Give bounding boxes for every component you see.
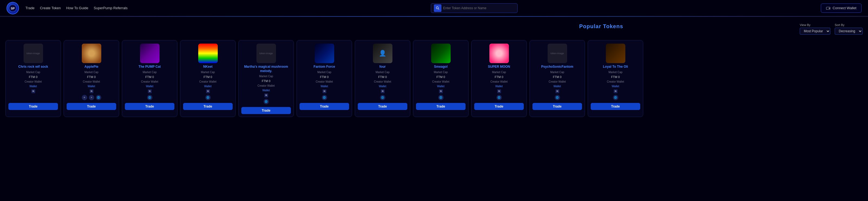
copy-row-four: ⧉: [381, 89, 384, 93]
market-cap-value-applepie: FTM 0: [87, 75, 96, 79]
token-card-chris-rock: token-image Chris rock wif sock Market C…: [5, 40, 61, 117]
creator-wallet-value-applepie[interactable]: Wallet: [88, 85, 95, 88]
connect-wallet-button[interactable]: Connect Wallet: [821, 3, 862, 13]
trade-button-applepie[interactable]: Trade: [67, 103, 116, 110]
market-cap-value-four: FTM 0: [378, 75, 387, 79]
token-card-loyal: Loyal To The Oli Market Cap FTM 0 Creato…: [588, 40, 643, 117]
svg-text:SP: SP: [11, 7, 15, 10]
market-cap-label-applepie: Market Cap: [85, 71, 99, 74]
creator-wallet-value-loyal[interactable]: Wallet: [612, 85, 619, 88]
search-input[interactable]: [443, 6, 515, 10]
globe-icon[interactable]: 🌐: [147, 95, 153, 100]
creator-wallet-value-martha[interactable]: Wallet: [262, 89, 270, 92]
view-by-select[interactable]: Most Popular: [800, 28, 830, 35]
token-name-fantom-force: Fantom Force: [314, 65, 335, 69]
market-cap-label-pump-cat: Market Cap: [143, 71, 157, 74]
creator-wallet-value-pump-cat[interactable]: Wallet: [146, 85, 153, 88]
copy-icon-nkeet[interactable]: ⧉: [206, 89, 210, 93]
market-cap-label-super-moon: Market Cap: [492, 71, 506, 74]
view-by-label: View By: [800, 23, 830, 27]
nav-create-token[interactable]: Create Token: [40, 6, 61, 10]
creator-wallet-label-four: Creator Wallet: [374, 80, 391, 83]
creator-wallet-value-nkeet[interactable]: Wallet: [204, 85, 212, 88]
svg-rect-5: [829, 8, 830, 9]
copy-icon-chris-rock[interactable]: ⧉: [31, 89, 35, 93]
token-card-psycho: token-image PsychoSonicFantom Market Cap…: [529, 40, 585, 117]
trade-button-pump-cat[interactable]: Trade: [125, 103, 175, 110]
globe-icon[interactable]: 🌐: [96, 95, 101, 100]
copy-icon-applepie[interactable]: ⧉: [90, 89, 93, 93]
trade-button-martha[interactable]: Trade: [241, 107, 291, 114]
creator-wallet-value-four[interactable]: Wallet: [379, 85, 386, 88]
market-cap-value-loyal: FTM 0: [611, 75, 620, 79]
token-card-super-moon: SUPER MOON Market Cap FTM 0 Creator Wall…: [471, 40, 527, 117]
sort-by-label: Sort By: [835, 23, 863, 27]
token-card-smeagol: Smeagol Market Cap FTM 0 Creator Wallet …: [413, 40, 468, 117]
social-icons-psycho: 🌐: [555, 95, 560, 100]
token-image-martha: token-image: [256, 44, 276, 63]
token-name-chris-rock: Chris rock wif sock: [18, 65, 48, 69]
token-card-martha: token-image Martha's magical mushroom me…: [238, 40, 294, 117]
creator-wallet-value-fantom-force[interactable]: Wallet: [321, 85, 328, 88]
wallet-icon: [826, 6, 830, 10]
creator-wallet-value-super-moon[interactable]: Wallet: [495, 85, 503, 88]
trade-button-loyal[interactable]: Trade: [591, 103, 640, 110]
copy-icon-pump-cat[interactable]: ⧉: [148, 89, 152, 93]
trade-button-smeagol[interactable]: Trade: [416, 103, 466, 110]
copy-row-fantom-force: ⧉: [322, 89, 327, 93]
copy-icon-four[interactable]: ⧉: [381, 89, 384, 93]
token-card-nkeet: NKeet Market Cap FTM 0 Creator Wallet Wa…: [180, 40, 236, 117]
creator-wallet-value-psycho[interactable]: Wallet: [554, 85, 561, 88]
trade-button-fantom-force[interactable]: Trade: [300, 103, 349, 110]
nav-referrals[interactable]: SuperPump Referrals: [94, 6, 128, 10]
creator-wallet-value-chris-rock[interactable]: Wallet: [30, 85, 37, 88]
trade-button-nkeet[interactable]: Trade: [183, 103, 232, 110]
copy-icon-fantom-force[interactable]: ⧉: [322, 89, 327, 93]
copy-icon-loyal[interactable]: ⧉: [614, 89, 618, 93]
sort-by-select[interactable]: Decreasing Increasing: [835, 28, 863, 35]
globe-icon[interactable]: 🌐: [380, 95, 385, 100]
trade-button-chris-rock[interactable]: Trade: [8, 103, 58, 110]
creator-wallet-label-applepie: Creator Wallet: [83, 80, 100, 83]
token-image-smeagol: [431, 44, 451, 63]
trade-button-four[interactable]: Trade: [358, 103, 407, 110]
market-cap-label-chris-rock: Market Cap: [26, 71, 40, 74]
copy-row-super-moon: ⧉: [497, 89, 501, 93]
creator-wallet-label-pump-cat: Creator Wallet: [141, 80, 158, 83]
creator-wallet-value-smeagol[interactable]: Wallet: [437, 85, 444, 88]
trade-button-super-moon[interactable]: Trade: [474, 103, 524, 110]
nav-trade[interactable]: Trade: [26, 6, 34, 10]
copy-icon-martha[interactable]: ⧉: [264, 93, 268, 97]
trade-button-psycho[interactable]: Trade: [532, 103, 582, 110]
copy-icon-super-moon[interactable]: ⧉: [497, 89, 501, 93]
telegram-icon[interactable]: ✈: [82, 95, 87, 100]
copy-icon-psycho[interactable]: ⧉: [555, 89, 559, 93]
copy-icon-smeagol[interactable]: ⧉: [439, 89, 443, 93]
token-image-four: 👤: [373, 44, 393, 63]
navbar: SP Trade Create Token How To Guide Super…: [0, 0, 868, 16]
tokens-grid: token-image Chris rock wif sock Market C…: [5, 40, 863, 119]
token-image-psycho: token-image: [548, 44, 567, 63]
market-cap-value-psycho: FTM 0: [553, 75, 562, 79]
globe-icon[interactable]: 🌐: [496, 95, 502, 100]
token-name-applepie: ApplePie: [85, 65, 98, 69]
token-name-martha: Martha's magical mushroom melody.: [241, 65, 291, 73]
creator-wallet-label-loyal: Creator Wallet: [607, 80, 624, 83]
globe-icon[interactable]: 🌐: [613, 95, 618, 100]
nav-how-to-guide[interactable]: How To Guide: [66, 6, 88, 10]
social-icons-super-moon: 🌐: [496, 95, 502, 100]
twitter-icon[interactable]: ✕: [89, 95, 94, 100]
globe-icon[interactable]: 🌐: [264, 99, 269, 104]
controls: View By Most Popular Sort By Decreasing …: [800, 23, 863, 35]
globe-icon[interactable]: 🌐: [322, 95, 327, 100]
market-cap-value-martha: FTM 0: [262, 79, 271, 83]
globe-icon[interactable]: 🌐: [438, 95, 444, 100]
copy-row-martha: ⧉: [264, 93, 268, 97]
globe-icon[interactable]: 🌐: [205, 95, 211, 100]
section-header: Popular Tokens View By Most Popular Sort…: [5, 23, 863, 35]
creator-wallet-label-chris-rock: Creator Wallet: [25, 80, 42, 83]
copy-row-loyal: ⧉: [614, 89, 618, 93]
copy-row-applepie: ⧉: [90, 89, 93, 93]
globe-icon[interactable]: 🌐: [555, 95, 560, 100]
logo[interactable]: SP: [6, 2, 19, 15]
